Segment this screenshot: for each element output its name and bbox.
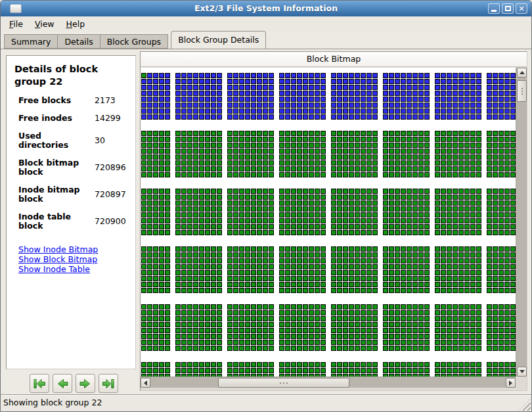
scroll-right-button[interactable]	[506, 378, 516, 388]
bitmap-cell	[493, 166, 498, 172]
bitmap-cell	[464, 258, 470, 263]
bitmap-cell	[239, 246, 244, 252]
bitmap-cell	[441, 230, 446, 235]
horizontal-scrollbar[interactable]	[141, 377, 516, 388]
bitmap-cell	[309, 195, 314, 200]
tab-block-group-details[interactable]: Block Group Details	[171, 31, 266, 49]
bitmap-cell	[175, 264, 181, 269]
bitmap-cell	[366, 212, 372, 217]
bitmap-cell	[315, 310, 320, 315]
bitmap-cell	[470, 114, 476, 120]
bitmap-cell	[407, 200, 412, 206]
bitmap-cell	[211, 212, 216, 217]
bitmap-cell	[424, 206, 430, 212]
bitmap-cell	[383, 108, 388, 114]
bitmap-cell	[372, 334, 378, 339]
bitmap-cell	[470, 246, 476, 252]
bitmap-cell	[239, 166, 244, 172]
bitmap-cell	[245, 189, 250, 194]
bitmap-cell	[441, 79, 446, 84]
bitmap-cell	[487, 149, 492, 154]
bitmap-cell	[227, 340, 233, 345]
menu-item-help[interactable]: Help	[60, 18, 91, 30]
resize-grip[interactable]	[519, 399, 531, 411]
go-last-button[interactable]	[99, 374, 118, 393]
scroll-up-button[interactable]	[517, 68, 527, 78]
close-button[interactable]: ✕	[516, 3, 527, 14]
link-show-inode-bitmap[interactable]: Show Inode Bitmap	[18, 244, 130, 254]
bitmap-cell	[412, 230, 418, 235]
bitmap-cell	[141, 108, 146, 114]
bitmap-cell	[233, 270, 238, 275]
bitmap-cell	[193, 97, 198, 102]
maximize-button[interactable]	[502, 3, 514, 14]
bitmap-cell	[331, 206, 336, 212]
bitmap-cell	[418, 172, 424, 177]
bitmap-cell	[331, 97, 336, 102]
bitmap-cell	[205, 79, 210, 84]
bitmap-cell	[303, 258, 308, 263]
bitmap-cell	[297, 362, 302, 367]
bitmap-cell	[239, 114, 244, 120]
bitmap-cell	[309, 252, 314, 258]
bitmap-cell	[263, 160, 268, 166]
bitmap-cell	[147, 252, 152, 258]
bitmap-cell	[401, 316, 406, 321]
bitmap-cell	[424, 103, 430, 108]
bitmap-cell	[245, 131, 250, 136]
bitmap-cell	[464, 264, 470, 269]
minimize-button[interactable]	[488, 3, 500, 14]
bitmap-cell	[175, 224, 181, 229]
bitmap-cell	[153, 73, 158, 78]
bitmap-cell	[147, 103, 152, 108]
bitmap-cell	[251, 316, 256, 321]
details-title: Details of block group 22	[14, 63, 116, 88]
bitmap-cell	[233, 258, 238, 263]
bitmap-cell	[343, 304, 348, 309]
scroll-down-button[interactable]	[517, 367, 527, 377]
bitmap-cell	[321, 328, 326, 333]
go-next-button[interactable]	[76, 374, 95, 393]
bitmap-cell	[309, 334, 314, 339]
bitmap-cell	[175, 108, 181, 114]
scroll-left-button[interactable]	[141, 378, 150, 388]
bitmap-cell	[499, 85, 504, 90]
bitmap-cell	[303, 143, 308, 148]
bitmap-cell	[211, 103, 216, 108]
title-bar[interactable]: Ext2/3 File System Information ✕	[1, 1, 531, 16]
bitmap-cell	[447, 340, 452, 345]
bitmap-cell	[510, 189, 516, 194]
bitmap-cell	[389, 304, 394, 309]
bitmap-cell	[435, 114, 440, 120]
tab-block-groups[interactable]: Block Groups	[100, 34, 168, 49]
bitmap-cell	[309, 131, 314, 136]
bitmap-cell	[407, 270, 412, 275]
vertical-scrollbar[interactable]	[516, 68, 527, 377]
bitmap-cell	[315, 85, 320, 90]
bitmap-cell	[435, 73, 440, 78]
bitmap-cell	[233, 166, 238, 172]
bitmap-cell	[337, 73, 342, 78]
bitmap-cell	[343, 206, 348, 212]
bitmap-tile	[487, 189, 516, 235]
bitmap-cell	[510, 103, 516, 108]
bitmap-cell	[193, 160, 198, 166]
tab-summary[interactable]: Summary	[4, 34, 58, 49]
bitmap-cell	[504, 310, 510, 315]
bitmap-cell	[205, 270, 210, 275]
menu-item-file[interactable]: File	[3, 18, 29, 30]
link-show-inode-table[interactable]: Show Inode Table	[18, 264, 130, 274]
bitmap-cell	[355, 334, 360, 339]
bitmap-cell	[141, 316, 146, 321]
vertical-scroll-thumb[interactable]	[517, 80, 527, 102]
tab-details[interactable]: Details	[57, 34, 100, 49]
horizontal-scroll-thumb[interactable]	[218, 378, 349, 388]
bitmap-cell	[165, 143, 170, 148]
bitmap-cell	[303, 288, 308, 293]
go-first-button[interactable]	[30, 374, 49, 393]
bitmap-cell	[424, 322, 430, 327]
link-show-block-bitmap[interactable]: Show Block Bitmap	[18, 254, 130, 264]
go-previous-button[interactable]	[53, 374, 72, 393]
menu-item-view[interactable]: View	[29, 18, 60, 30]
bitmap-cell	[211, 172, 216, 177]
